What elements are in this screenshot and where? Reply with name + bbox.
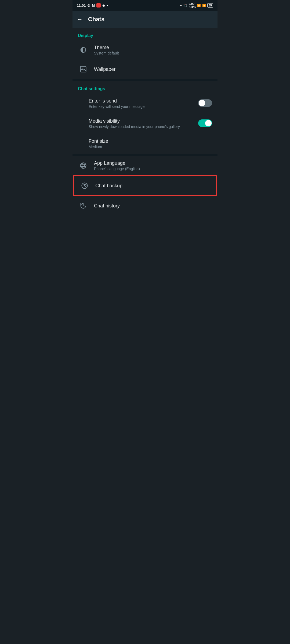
wallpaper-icon [78, 64, 89, 75]
app-language-icon [78, 160, 89, 171]
chat-history-text: Chat history [94, 203, 212, 209]
theme-setting-item[interactable]: Theme System default [73, 40, 218, 60]
enter-is-send-knob [199, 100, 205, 106]
app-icon [96, 3, 101, 8]
chat-backup-title: Chat backup [95, 183, 211, 189]
media-visibility-text: Media visibility Show newly downloaded m… [89, 118, 198, 129]
notification-icon: ⊙ [87, 3, 90, 8]
section-gap-1 [73, 79, 218, 81]
font-size-subtitle: Medium [89, 145, 212, 149]
app-language-subtitle: Phone's language (English) [94, 167, 212, 171]
enter-is-send-text: Enter is send Enter key will send your m… [89, 98, 198, 109]
font-size-title: Font size [89, 138, 212, 144]
data-speed: 0.00KB/S [189, 2, 195, 9]
page-title: Chats [88, 16, 104, 23]
enter-is-send-item[interactable]: Enter is send Enter key will send your m… [73, 93, 218, 114]
chat-backup-text: Chat backup [95, 183, 211, 189]
media-visibility-item[interactable]: Media visibility Show newly downloaded m… [73, 114, 218, 134]
chat-history-item[interactable]: Chat history [73, 196, 218, 215]
theme-icon [78, 45, 89, 55]
enter-is-send-toggle[interactable] [198, 99, 212, 107]
time-display: 11:01 [77, 3, 86, 8]
wallpaper-setting-item[interactable]: Wallpaper [73, 60, 218, 79]
svg-point-2 [81, 163, 86, 169]
chat-settings-section-header: Chat settings [73, 81, 218, 93]
gmail-icon: M [92, 3, 95, 8]
media-visibility-toggle[interactable] [198, 119, 212, 127]
chat-history-title: Chat history [94, 203, 212, 209]
chat-history-icon [78, 200, 89, 211]
enter-is-send-title: Enter is send [89, 98, 198, 104]
font-size-item[interactable]: Font size Medium [73, 134, 218, 154]
battery-icon: 85 [207, 3, 213, 8]
app-language-title: App Language [94, 160, 212, 166]
status-bar: 11:01 ⊙ M ◈ ● ✦ 📳 0.00KB/S 📶 📶 85 [73, 0, 218, 11]
status-right: ✦ 📳 0.00KB/S 📶 📶 85 [180, 2, 213, 9]
media-visibility-knob [205, 120, 212, 126]
theme-title: Theme [94, 45, 212, 50]
chat-backup-icon [79, 180, 90, 191]
svg-point-1 [82, 68, 83, 69]
status-left: 11:01 ⊙ M ◈ ● [77, 3, 108, 8]
layers-icon: ◈ [102, 3, 105, 8]
svg-point-3 [82, 163, 84, 169]
vibrate-icon: 📳 [183, 4, 187, 7]
enter-is-send-subtitle: Enter key will send your message [89, 104, 198, 109]
section-gap-2 [73, 154, 218, 156]
display-section-header: Display [73, 28, 218, 40]
dot-icon: ● [107, 4, 108, 7]
media-visibility-title: Media visibility [89, 118, 198, 124]
svg-rect-0 [81, 67, 86, 72]
toolbar: ← Chats [73, 11, 218, 28]
signal-icon: 📶 [202, 4, 206, 7]
back-button[interactable]: ← [77, 16, 83, 23]
app-language-item[interactable]: App Language Phone's language (English) [73, 156, 218, 175]
wallpaper-text: Wallpaper [94, 67, 212, 72]
app-language-text: App Language Phone's language (English) [94, 160, 212, 171]
bluetooth-icon: ✦ [180, 4, 182, 7]
chat-backup-item[interactable]: Chat backup [73, 175, 217, 196]
wallpaper-title: Wallpaper [94, 67, 212, 72]
theme-subtitle: System default [94, 51, 212, 55]
media-visibility-subtitle: Show newly downloaded media in your phon… [89, 125, 198, 129]
wifi-icon: 📶 [197, 4, 201, 7]
theme-text: Theme System default [94, 45, 212, 55]
